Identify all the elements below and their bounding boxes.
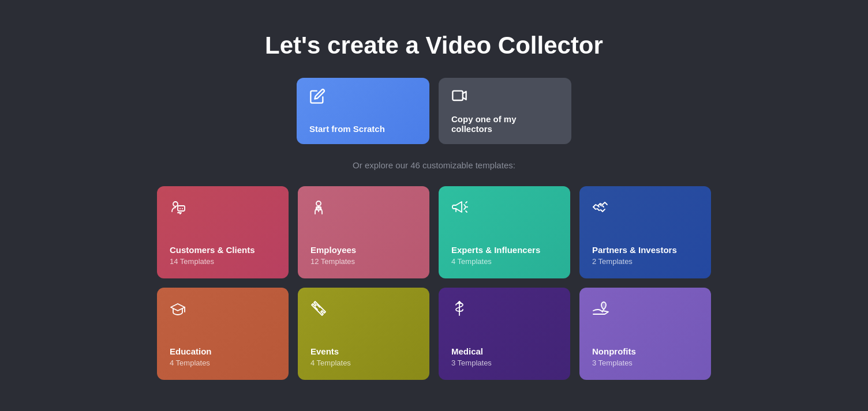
experts-name: Experts & Influencers bbox=[451, 245, 540, 255]
medical-name: Medical bbox=[451, 346, 483, 356]
partners-count: 2 Templates bbox=[592, 257, 633, 266]
events-count: 4 Templates bbox=[310, 359, 351, 367]
employees-count: 12 Templates bbox=[310, 257, 355, 266]
education-count: 4 Templates bbox=[170, 359, 210, 367]
education-card[interactable]: Education 4 Templates bbox=[157, 288, 289, 380]
explore-text: Or explore our 46 customizable templates… bbox=[353, 160, 515, 170]
main-content: Let's create a Video Collector Start fro… bbox=[151, 32, 717, 380]
ticket-icon bbox=[309, 299, 328, 318]
video-icon bbox=[451, 88, 467, 104]
customers-clients-card[interactable]: Customers & Clients 14 Templates bbox=[157, 186, 289, 278]
start-from-scratch-card[interactable]: Start from Scratch bbox=[297, 78, 429, 144]
svg-line-9 bbox=[466, 211, 467, 212]
employees-card[interactable]: Employees 12 Templates bbox=[298, 186, 429, 278]
nonprofits-card[interactable]: Nonprofits 3 Templates bbox=[579, 288, 711, 380]
experts-influencers-card[interactable]: Experts & Influencers 4 Templates bbox=[439, 186, 570, 278]
people-chat-icon bbox=[169, 198, 187, 216]
handshake-icon bbox=[591, 198, 609, 216]
page-title: Let's create a Video Collector bbox=[265, 32, 603, 59]
partners-name: Partners & Investors bbox=[592, 245, 677, 255]
templates-grid: Customers & Clients 14 Templates Employe… bbox=[157, 186, 711, 380]
copy-collector-card[interactable]: Copy one of my collectors bbox=[439, 78, 571, 144]
svg-point-5 bbox=[316, 201, 321, 206]
svg-line-8 bbox=[466, 202, 467, 203]
nonprofits-count: 3 Templates bbox=[592, 359, 633, 367]
copy-card-label: Copy one of my collectors bbox=[451, 114, 559, 134]
svg-point-3 bbox=[179, 208, 181, 209]
experts-count: 4 Templates bbox=[451, 257, 492, 266]
svg-rect-0 bbox=[452, 91, 463, 100]
svg-point-4 bbox=[182, 208, 183, 209]
events-card[interactable]: Events 4 Templates bbox=[298, 288, 429, 380]
page-container: Let's create a Video Collector Start fro… bbox=[0, 0, 868, 411]
education-name: Education bbox=[170, 346, 212, 356]
scratch-card-label: Start from Scratch bbox=[309, 124, 385, 134]
events-name: Events bbox=[310, 346, 339, 356]
employees-name: Employees bbox=[310, 245, 356, 255]
megaphone-icon bbox=[450, 198, 469, 216]
svg-point-1 bbox=[173, 202, 178, 206]
employee-icon bbox=[309, 198, 328, 216]
graduation-icon bbox=[169, 299, 187, 318]
customers-name: Customers & Clients bbox=[170, 245, 255, 255]
svg-rect-2 bbox=[178, 206, 185, 211]
customers-count: 14 Templates bbox=[170, 257, 214, 266]
medical-card[interactable]: Medical 3 Templates bbox=[439, 288, 570, 380]
heart-hand-icon bbox=[591, 299, 609, 318]
top-cards-row: Start from Scratch Copy one of my collec… bbox=[297, 78, 571, 144]
caduceus-icon bbox=[450, 299, 469, 318]
medical-count: 3 Templates bbox=[451, 359, 492, 367]
edit-icon bbox=[309, 88, 326, 104]
nonprofits-name: Nonprofits bbox=[592, 346, 636, 356]
partners-investors-card[interactable]: Partners & Investors 2 Templates bbox=[579, 186, 711, 278]
